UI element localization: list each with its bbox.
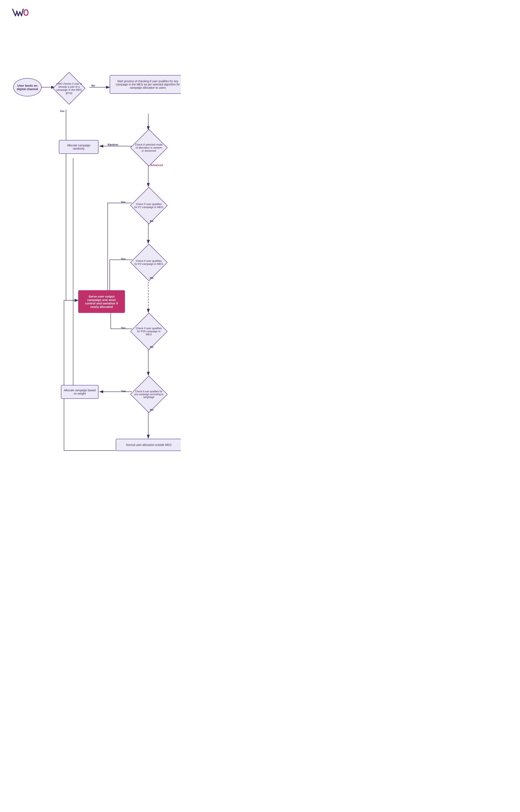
check-p29-node: Check if user qualifies for P29 campaign… bbox=[130, 312, 167, 350]
allocate-weight-node: Allocate campaign based on weight bbox=[61, 385, 99, 399]
no-label-1: No bbox=[92, 84, 95, 87]
check-weightage-node: Check if user qualifies for any campaign… bbox=[130, 375, 167, 413]
serve-user-node: Serve user output campaign and store con… bbox=[78, 290, 125, 313]
check-p2-node: Check if user qualifies for P2 campaign … bbox=[130, 244, 167, 281]
random-label: Random bbox=[108, 143, 118, 146]
vwo-checks-node: VWO checks if user is already a part of … bbox=[52, 71, 86, 106]
flowchart: User lands on digital channel VWO checks… bbox=[0, 20, 181, 802]
start-process-node: Start process of checking if user qualif… bbox=[110, 75, 181, 94]
yes-label-weight: Yes bbox=[121, 390, 126, 393]
yes-label-p2: Yes bbox=[121, 257, 125, 260]
svg-point-0 bbox=[24, 10, 28, 16]
yes-label-p1: Yes bbox=[121, 200, 125, 203]
vwo-logo bbox=[12, 8, 28, 19]
yes-label-vwo: Yes bbox=[60, 110, 64, 113]
allocate-randomly-node: Allocate campaign randomly bbox=[59, 140, 99, 154]
normal-allocation-node: Normal user allocation outside MEG bbox=[116, 439, 181, 451]
yes-label-p29: Yes bbox=[121, 326, 125, 329]
check-mode-node: Check if selected mode of allocation is … bbox=[130, 129, 167, 166]
user-lands-node: User lands on digital channel bbox=[13, 78, 42, 96]
check-p1-node: Check if user qualifies for P1 campaign … bbox=[130, 187, 167, 224]
